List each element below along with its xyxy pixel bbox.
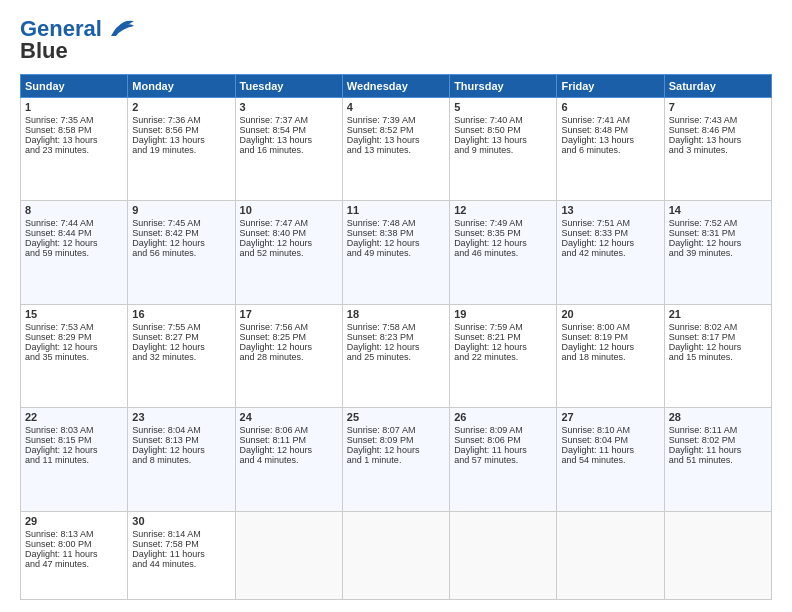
day-info-line: Sunset: 8:48 PM (561, 125, 659, 135)
day-info-line: Sunset: 7:58 PM (132, 539, 230, 549)
col-header-saturday: Saturday (664, 75, 771, 98)
calendar-cell (664, 511, 771, 599)
calendar-cell: 10Sunrise: 7:47 AMSunset: 8:40 PMDayligh… (235, 201, 342, 304)
day-info-line: Sunset: 8:35 PM (454, 228, 552, 238)
day-info-line: Daylight: 11 hours (454, 445, 552, 455)
day-info-line: and 42 minutes. (561, 248, 659, 258)
calendar-cell: 16Sunrise: 7:55 AMSunset: 8:27 PMDayligh… (128, 304, 235, 407)
col-header-sunday: Sunday (21, 75, 128, 98)
day-info-line: Daylight: 13 hours (454, 135, 552, 145)
day-info-line: and 25 minutes. (347, 352, 445, 362)
calendar-cell (557, 511, 664, 599)
day-info-line: Daylight: 12 hours (132, 238, 230, 248)
col-header-thursday: Thursday (450, 75, 557, 98)
day-number: 9 (132, 204, 230, 216)
day-info-line: Sunset: 8:04 PM (561, 435, 659, 445)
day-info-line: Sunset: 8:21 PM (454, 332, 552, 342)
day-info-line: Sunset: 8:33 PM (561, 228, 659, 238)
day-number: 16 (132, 308, 230, 320)
day-info-line: Sunset: 8:17 PM (669, 332, 767, 342)
day-info-line: and 54 minutes. (561, 455, 659, 465)
day-info-line: Sunset: 8:00 PM (25, 539, 123, 549)
calendar-cell: 14Sunrise: 7:52 AMSunset: 8:31 PMDayligh… (664, 201, 771, 304)
calendar-cell (235, 511, 342, 599)
day-info-line: and 18 minutes. (561, 352, 659, 362)
calendar-header-row: SundayMondayTuesdayWednesdayThursdayFrid… (21, 75, 772, 98)
day-info-line: Daylight: 12 hours (454, 342, 552, 352)
day-info-line: Daylight: 13 hours (561, 135, 659, 145)
calendar-row: 1Sunrise: 7:35 AMSunset: 8:58 PMDaylight… (21, 98, 772, 201)
calendar-cell: 17Sunrise: 7:56 AMSunset: 8:25 PMDayligh… (235, 304, 342, 407)
day-info-line: Sunset: 8:19 PM (561, 332, 659, 342)
day-number: 27 (561, 411, 659, 423)
calendar-cell: 2Sunrise: 7:36 AMSunset: 8:56 PMDaylight… (128, 98, 235, 201)
day-info-line: Sunset: 8:09 PM (347, 435, 445, 445)
day-info-line: Daylight: 12 hours (240, 238, 338, 248)
day-info-line: and 59 minutes. (25, 248, 123, 258)
day-info-line: Daylight: 12 hours (132, 445, 230, 455)
day-number: 19 (454, 308, 552, 320)
day-info-line: Sunset: 8:29 PM (25, 332, 123, 342)
calendar-cell (342, 511, 449, 599)
calendar-cell: 15Sunrise: 7:53 AMSunset: 8:29 PMDayligh… (21, 304, 128, 407)
day-info-line: Sunrise: 7:56 AM (240, 322, 338, 332)
day-info-line: Sunrise: 7:55 AM (132, 322, 230, 332)
day-info-line: Daylight: 12 hours (347, 342, 445, 352)
col-header-monday: Monday (128, 75, 235, 98)
day-info-line: and 11 minutes. (25, 455, 123, 465)
calendar-cell: 23Sunrise: 8:04 AMSunset: 8:13 PMDayligh… (128, 408, 235, 511)
day-info-line: and 49 minutes. (347, 248, 445, 258)
calendar-cell (450, 511, 557, 599)
day-info-line: Daylight: 12 hours (240, 342, 338, 352)
day-number: 30 (132, 515, 230, 527)
day-info-line: Sunrise: 8:02 AM (669, 322, 767, 332)
logo-bird-icon (106, 18, 136, 40)
col-header-wednesday: Wednesday (342, 75, 449, 98)
day-info-line: and 1 minute. (347, 455, 445, 465)
day-info-line: Sunset: 8:44 PM (25, 228, 123, 238)
day-info-line: Sunrise: 7:44 AM (25, 218, 123, 228)
day-info-line: and 51 minutes. (669, 455, 767, 465)
day-number: 5 (454, 101, 552, 113)
day-info-line: Sunrise: 7:45 AM (132, 218, 230, 228)
day-info-line: and 22 minutes. (454, 352, 552, 362)
day-info-line: and 44 minutes. (132, 559, 230, 569)
day-info-line: Sunset: 8:11 PM (240, 435, 338, 445)
day-number: 17 (240, 308, 338, 320)
day-number: 29 (25, 515, 123, 527)
day-number: 7 (669, 101, 767, 113)
day-info-line: Sunrise: 7:52 AM (669, 218, 767, 228)
day-info-line: Sunrise: 8:03 AM (25, 425, 123, 435)
calendar-table: SundayMondayTuesdayWednesdayThursdayFrid… (20, 74, 772, 600)
day-info-line: Sunrise: 7:47 AM (240, 218, 338, 228)
header: General Blue (20, 16, 772, 64)
day-info-line: Daylight: 12 hours (347, 445, 445, 455)
day-info-line: Sunset: 8:54 PM (240, 125, 338, 135)
day-info-line: Sunrise: 7:53 AM (25, 322, 123, 332)
day-number: 2 (132, 101, 230, 113)
day-info-line: Daylight: 11 hours (669, 445, 767, 455)
calendar-cell: 28Sunrise: 8:11 AMSunset: 8:02 PMDayligh… (664, 408, 771, 511)
day-number: 28 (669, 411, 767, 423)
day-info-line: Sunrise: 7:35 AM (25, 115, 123, 125)
day-info-line: and 46 minutes. (454, 248, 552, 258)
day-number: 21 (669, 308, 767, 320)
day-info-line: Sunrise: 7:41 AM (561, 115, 659, 125)
day-info-line: Daylight: 12 hours (561, 238, 659, 248)
day-info-line: Daylight: 13 hours (25, 135, 123, 145)
day-number: 12 (454, 204, 552, 216)
day-info-line: and 32 minutes. (132, 352, 230, 362)
day-info-line: Sunrise: 7:36 AM (132, 115, 230, 125)
day-number: 20 (561, 308, 659, 320)
day-info-line: Sunset: 8:23 PM (347, 332, 445, 342)
calendar-cell: 13Sunrise: 7:51 AMSunset: 8:33 PMDayligh… (557, 201, 664, 304)
calendar-cell: 5Sunrise: 7:40 AMSunset: 8:50 PMDaylight… (450, 98, 557, 201)
day-info-line: and 16 minutes. (240, 145, 338, 155)
day-info-line: Sunset: 8:50 PM (454, 125, 552, 135)
day-info-line: and 15 minutes. (669, 352, 767, 362)
calendar-row: 15Sunrise: 7:53 AMSunset: 8:29 PMDayligh… (21, 304, 772, 407)
day-info-line: Sunset: 8:06 PM (454, 435, 552, 445)
day-info-line: Sunrise: 7:51 AM (561, 218, 659, 228)
day-info-line: Sunrise: 8:09 AM (454, 425, 552, 435)
day-info-line: Sunrise: 7:40 AM (454, 115, 552, 125)
